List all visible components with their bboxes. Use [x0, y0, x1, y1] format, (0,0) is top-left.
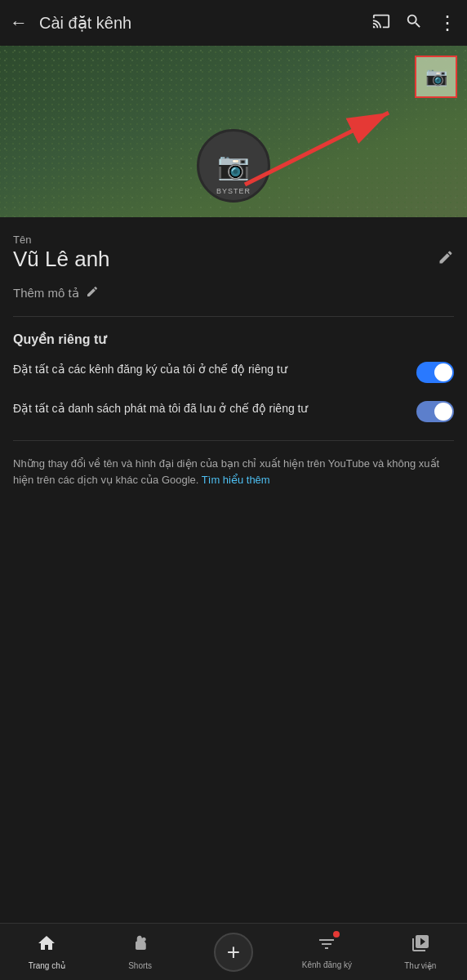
toggle-1-knob: [434, 363, 452, 381]
subscriptions-icon: [317, 934, 336, 954]
toggle-2-knob: [434, 403, 452, 421]
nav-shorts-label: Shorts: [128, 961, 152, 970]
top-bar-actions: ⋮: [372, 11, 457, 34]
search-icon[interactable]: [405, 12, 423, 34]
nav-item-add[interactable]: +: [187, 933, 280, 972]
cast-icon[interactable]: [372, 12, 390, 34]
more-icon[interactable]: ⋮: [438, 11, 457, 34]
nav-library-label: Thư viện: [404, 961, 436, 970]
privacy-section: Quyền riêng tư Đặt tất cả các kênh đăng …: [13, 332, 454, 422]
toggle-row-1: Đặt tất cả các kênh đăng ký của tôi ở ch…: [13, 362, 454, 383]
shorts-icon: [131, 933, 150, 958]
nav-item-library[interactable]: Thư viện: [374, 933, 467, 970]
plus-icon: +: [227, 941, 240, 964]
toggle-row-2: Đặt tất cả danh sách phát mà tôi đã lưu …: [13, 401, 454, 422]
subscription-badge: [333, 931, 340, 938]
banner-photo-button[interactable]: 📷: [415, 56, 457, 98]
name-field-label: Tên: [13, 232, 454, 247]
add-button[interactable]: +: [214, 933, 253, 972]
bottom-nav: Trang chủ Shorts + Kênh đăng ký: [0, 923, 467, 980]
home-icon: [37, 933, 56, 958]
profile-content: Tên Vũ Lê anh Thêm mô tả Quyền riêng tư …: [0, 217, 467, 505]
top-bar: ← Cài đặt kênh ⋮: [0, 0, 467, 46]
nav-item-shorts[interactable]: Shorts: [93, 933, 186, 970]
toggle-2-text: Đặt tất cả danh sách phát mà tôi đã lưu …: [13, 401, 309, 417]
privacy-title: Quyền riêng tư: [13, 332, 454, 347]
library-icon: [411, 933, 430, 958]
subscriptions-icon-wrap: [317, 934, 336, 957]
avatar-label: BYSTER: [216, 187, 251, 195]
name-edit-button[interactable]: [438, 249, 454, 270]
banner-camera-icon: 📷: [425, 66, 447, 87]
back-button[interactable]: ←: [10, 12, 28, 33]
avatar-camera-icon: 📷: [217, 150, 250, 181]
description-placeholder: Thêm mô tả: [13, 286, 79, 301]
channel-name: Vũ Lê anh: [13, 247, 110, 272]
name-label: Tên: [13, 234, 31, 246]
avatar-edit-button[interactable]: 📷 BYSTER: [197, 129, 270, 203]
divider-1: [13, 316, 454, 317]
name-row: Vũ Lê anh: [13, 247, 454, 272]
divider-2: [13, 440, 454, 441]
toggle-1-text: Đặt tất cả các kênh đăng ký của tôi ở ch…: [13, 362, 287, 378]
learn-more-link[interactable]: Tìm hiểu thêm: [202, 474, 270, 486]
info-text-block: Những thay đổi về tên và hình đại diện c…: [13, 456, 454, 505]
toggle-2-switch[interactable]: [416, 401, 454, 422]
nav-item-home[interactable]: Trang chủ: [0, 933, 93, 970]
nav-home-label: Trang chủ: [29, 961, 65, 970]
nav-subscriptions-label: Kênh đăng ký: [302, 960, 352, 969]
description-row[interactable]: Thêm mô tả: [13, 285, 454, 301]
nav-item-subscriptions[interactable]: Kênh đăng ký: [280, 934, 373, 969]
toggle-1-switch[interactable]: [416, 362, 454, 383]
description-edit-icon: [86, 285, 99, 301]
banner-area: 📷 BYSTER 📷: [0, 46, 467, 217]
page-title: Cài đặt kênh: [39, 13, 372, 33]
